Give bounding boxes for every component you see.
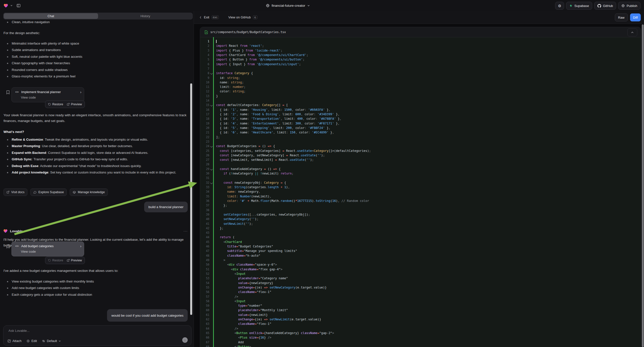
window-scrollbar[interactable] <box>642 24 644 347</box>
preview-button[interactable]: Preview <box>67 102 82 106</box>
code-toolbar: Exit ESC View on GitHub G Raw Diff <box>194 11 644 24</box>
fold-chevron-icon[interactable] <box>210 72 213 75</box>
message-menu-button[interactable]: ··· <box>184 229 188 233</box>
line-number: 1 <box>200 39 212 44</box>
line-number: 30 <box>200 171 212 176</box>
send-button[interactable]: ↑ <box>182 337 188 343</box>
attach-button[interactable]: Attach <box>8 339 22 343</box>
code-line: { id: '5', name: 'Shopping', limit: 200,… <box>216 126 641 130</box>
line-number: 65 <box>200 331 212 335</box>
view-code-link[interactable]: View code <box>21 250 36 254</box>
line-number: 48 <box>200 254 212 258</box>
line-number: 37 <box>200 203 212 208</box>
line-number: 50 <box>200 262 212 267</box>
code-line: <Input <box>216 272 641 276</box>
code-line: <Plus size={16} /> <box>216 335 641 340</box>
manage-knowledge-button[interactable]: Manage knowledge <box>70 188 108 196</box>
settings-button[interactable]: ⚙ <box>555 2 564 10</box>
view-code-link[interactable]: View code <box>21 96 36 99</box>
code-line: className="h-auto" <box>216 254 641 258</box>
code-line: limit: number; <box>216 85 641 89</box>
line-number: 17 <box>200 112 212 116</box>
code-line: ]; <box>216 135 641 140</box>
collapse-file-button[interactable] <box>627 28 637 36</box>
tab-history[interactable]: History <box>98 13 193 19</box>
line-number: 33 <box>200 185 212 190</box>
version-card-add-budget-categories[interactable]: <> Add budget categories › View code <box>12 242 84 256</box>
line-number: 55 <box>200 285 212 290</box>
list-item: Master Prompting: Use clear, detailed, a… <box>4 143 190 149</box>
bookmark-icon[interactable] <box>6 244 10 249</box>
line-number: 43 <box>200 230 212 235</box>
code-icon: <> <box>15 244 19 248</box>
line-number: 58 <box>200 299 212 304</box>
line-number: 22 <box>200 135 212 140</box>
user-message-bubble: build a financial planner <box>144 202 188 212</box>
line-number: 15 <box>200 103 212 107</box>
external-link-icon <box>67 103 70 106</box>
tab-chat[interactable]: Chat <box>4 13 98 19</box>
code-line: { id: '4', name: 'Entertainment', limit:… <box>216 121 641 126</box>
code-line: }; <box>216 226 641 230</box>
code-file-card: src/components/budget/BudgetCategories.t… <box>200 27 641 347</box>
file-header[interactable]: src/components/budget/BudgetCategories.t… <box>200 27 641 37</box>
publish-button[interactable]: Publish <box>618 2 640 10</box>
code-line: const newCategoryObj: Category = { <box>216 180 641 185</box>
line-number: 23 <box>200 140 212 144</box>
code-line: Add <box>216 340 641 344</box>
chat-scrollbar[interactable] <box>190 84 192 315</box>
code-editor[interactable]: 1234567891011121314151617181920212223242… <box>200 37 641 347</box>
restore-button[interactable]: Restore <box>48 102 63 106</box>
line-number: 14 <box>200 98 212 103</box>
list-item: Debug with Ease: Activate our experiment… <box>4 163 190 169</box>
line-number: 57 <box>200 294 212 299</box>
github-button[interactable]: GitHub <box>594 2 616 10</box>
view-on-github-button[interactable]: View on GitHub G <box>228 16 257 19</box>
app-window: financial-future-creator ⚙ Supabase GitH… <box>0 0 644 347</box>
code-line: const [newCategory, setNewCategory] = Re… <box>216 153 641 158</box>
restore-preview-pill: Restore Preview <box>45 100 85 108</box>
line-number: 35 <box>200 194 212 199</box>
line-number: 10 <box>200 80 212 85</box>
chat-input[interactable] <box>8 328 187 333</box>
fold-chevron-icon[interactable] <box>210 104 213 106</box>
restore-button[interactable]: Restore <box>48 259 63 262</box>
supabase-button[interactable]: Supabase <box>566 2 592 10</box>
design-bullet-list: Minimalist interface with plenty of whit… <box>4 40 190 80</box>
bookmark-icon[interactable] <box>6 90 10 94</box>
external-link-icon <box>67 259 70 262</box>
model-selector[interactable]: Default <box>42 339 61 343</box>
chevron-down-icon <box>58 340 61 342</box>
code-line: > <box>216 258 641 262</box>
visit-docs-button[interactable]: Visit docs <box>4 188 28 196</box>
raw-toggle-button[interactable]: Raw <box>615 14 628 22</box>
code-line: setNewLimit(''); <box>216 222 641 226</box>
list-item: Refine & Customize: Tweak the design, an… <box>4 136 190 143</box>
edit-mode-button[interactable]: Edit <box>26 339 37 343</box>
chevron-down-icon[interactable] <box>10 4 13 7</box>
code-line: type="number" <box>216 304 641 308</box>
project-switcher[interactable]: financial-future-creator <box>266 0 310 11</box>
explore-supabase-button[interactable]: Explore Supabase <box>30 188 67 196</box>
list-item: Clean typography with clear hierarchies <box>4 60 190 66</box>
chevron-down-icon <box>307 4 310 7</box>
lovable-logo-icon[interactable] <box>4 4 8 8</box>
code-line: const handleAddCategory = () => { <box>216 167 641 171</box>
line-number: 24 <box>200 144 212 148</box>
line-number: 63 <box>200 322 212 326</box>
fold-chevron-icon[interactable] <box>210 168 213 170</box>
lovable-avatar <box>3 229 8 233</box>
fold-chevron-icon[interactable] <box>210 145 213 148</box>
preview-button[interactable]: Preview <box>67 259 82 262</box>
code-line: placeholder="Monthly limit" <box>216 308 641 312</box>
line-number: 45 <box>200 240 212 244</box>
fold-chevron-icon[interactable] <box>210 182 213 184</box>
code-line: { id: '1', name: 'Housing', limit: 1500,… <box>216 108 641 112</box>
line-number: 8 <box>200 71 212 76</box>
version-card-implement-financial-planner[interactable]: <> Implement financial planner › View co… <box>12 87 84 102</box>
list-item: Glass-morphic elements for a premium fee… <box>4 73 190 80</box>
github-icon <box>598 4 601 8</box>
diff-toggle-button[interactable]: Diff <box>630 14 641 22</box>
exit-button[interactable]: Exit ESC <box>200 16 219 19</box>
sidebar-toggle-button[interactable] <box>15 2 22 9</box>
